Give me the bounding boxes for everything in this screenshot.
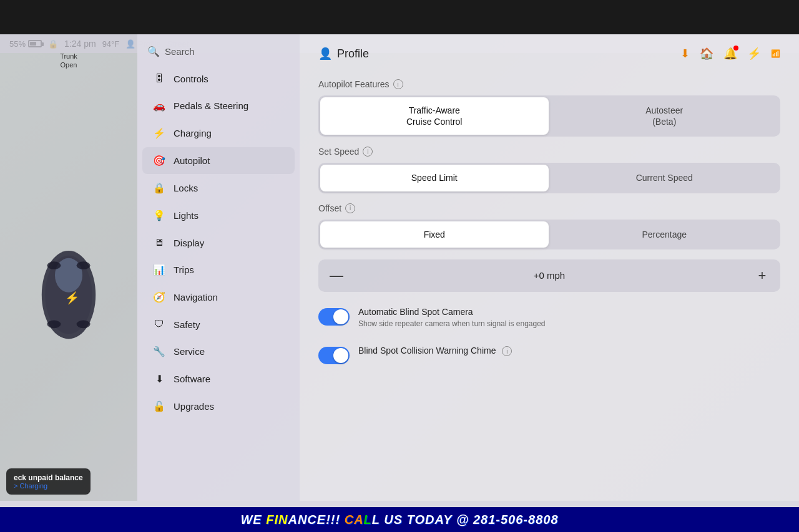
collision-warning-row: Blind Spot Collision Warning Chime i (318, 343, 780, 367)
svg-point-4 (77, 321, 91, 329)
collision-warning-text: Blind Spot Collision Warning Chime i (358, 346, 780, 359)
signal-icon: 📶 (771, 49, 780, 58)
blind-spot-camera-text: Automatic Blind Spot Camera Show side re… (358, 307, 780, 329)
sidebar: 🔍 Search 🎛 Controls 🚗 Pedals & Steering … (137, 34, 300, 501)
controls-label: Controls (174, 74, 208, 84)
bluetooth-icon[interactable]: ⚡ (747, 47, 761, 60)
sidebar-item-trips[interactable]: 📊 Trips (142, 256, 295, 283)
car-image: ⚡ (19, 70, 119, 501)
percentage-button[interactable]: Percentage (551, 221, 779, 248)
blind-spot-camera-row: Automatic Blind Spot Camera Show side re… (318, 304, 780, 332)
sidebar-item-locks[interactable]: 🔒 Locks (142, 175, 295, 201)
controls-icon: 🎛 (152, 73, 166, 84)
autopilot-label: Autopilot (174, 155, 210, 166)
speed-limit-button[interactable]: Speed Limit (320, 165, 549, 191)
offset-mode-group: Fixed Percentage (318, 220, 780, 249)
service-label: Service (174, 346, 205, 357)
current-speed-button[interactable]: Current Speed (551, 165, 779, 191)
set-speed-info-icon[interactable]: i (363, 147, 373, 157)
svg-point-3 (47, 321, 61, 329)
autosteer-button[interactable]: Autosteer (Beta) (551, 97, 779, 135)
trips-icon: 📊 (152, 264, 166, 276)
sidebar-item-charging[interactable]: ⚡ Charging (142, 120, 295, 147)
blind-spot-camera-desc: Show side repeater camera when turn sign… (358, 319, 780, 329)
charging-notif-sub: > Charging (14, 482, 83, 490)
sidebar-item-service[interactable]: 🔧 Service (142, 338, 295, 365)
trips-label: Trips (174, 264, 194, 275)
profile-icon: 👤 (318, 47, 332, 60)
upgrades-icon: 🔓 (152, 400, 166, 412)
locks-icon: 🔒 (152, 182, 166, 194)
sidebar-item-safety[interactable]: 🛡 Safety (142, 311, 295, 337)
charging-notif-title: eck unpaid balance (14, 473, 83, 482)
finance-banner: WE FINANCE!!! CALL US TODAY @ 281-506-88… (0, 507, 799, 532)
fixed-button[interactable]: Fixed (320, 221, 549, 248)
notification-dot (733, 46, 738, 51)
blind-spot-camera-toggle[interactable] (318, 308, 350, 326)
increment-button[interactable]: + (747, 262, 778, 289)
search-placeholder: Search (165, 46, 195, 57)
collision-warning-title: Blind Spot Collision Warning Chime i (358, 346, 780, 357)
safety-label: Safety (174, 319, 200, 330)
pedals-label: Pedals & Steering (174, 100, 248, 111)
main-content: 👤 Profile ⬇ 🏠 🔔 ⚡ 📶 Autopilot Features i… (300, 34, 799, 501)
offset-value: +0 mph (352, 270, 747, 281)
sidebar-item-lights[interactable]: 💡 Lights (142, 202, 295, 229)
download-icon[interactable]: ⬇ (680, 47, 690, 60)
lights-label: Lights (174, 210, 199, 221)
svg-text:⚡: ⚡ (65, 291, 80, 306)
safety-icon: 🛡 (152, 319, 166, 330)
autopilot-features-label: Autopilot Features i (318, 79, 780, 89)
sidebar-item-pedals[interactable]: 🚗 Pedals & Steering (142, 92, 295, 119)
autopilot-mode-group: Traffic-Aware Cruise Control Autosteer (… (318, 95, 780, 137)
charging-label: Charging (174, 128, 212, 138)
sidebar-item-autopilot[interactable]: 🎯 Autopilot (142, 147, 295, 174)
home-icon[interactable]: 🏠 (700, 47, 713, 60)
profile-label: Profile (337, 47, 369, 60)
sidebar-item-display[interactable]: 🖥 Display (142, 230, 295, 256)
pedals-icon: 🚗 (152, 100, 166, 112)
navigation-label: Navigation (174, 292, 218, 302)
content-header: 👤 Profile ⬇ 🏠 🔔 ⚡ 📶 (318, 47, 780, 67)
trunk-status: Trunk Open (60, 52, 77, 70)
collision-toggle-knob (333, 348, 348, 363)
sidebar-item-upgrades[interactable]: 🔓 Upgrades (142, 393, 295, 420)
car-display: Trunk Open ⚡ (0, 34, 137, 501)
software-icon: ⬇ (152, 373, 166, 385)
search-bar[interactable]: 🔍 Search (137, 41, 300, 65)
collision-info-icon[interactable]: i (502, 346, 512, 356)
service-icon: 🔧 (152, 346, 166, 357)
notification-icon[interactable]: 🔔 (723, 47, 737, 60)
charging-icon: ⚡ (152, 127, 166, 139)
toggle-knob (333, 309, 348, 324)
locks-label: Locks (174, 183, 198, 193)
sidebar-item-software[interactable]: ⬇ Software (142, 365, 295, 392)
upgrades-label: Upgrades (174, 401, 214, 412)
offset-stepper: — +0 mph + (318, 259, 780, 292)
lights-icon: 💡 (152, 210, 166, 221)
cruise-control-button[interactable]: Traffic-Aware Cruise Control (320, 97, 549, 135)
blind-spot-camera-title: Automatic Blind Spot Camera (358, 307, 780, 317)
autopilot-icon: 🎯 (152, 155, 166, 167)
speed-mode-group: Speed Limit Current Speed (318, 163, 780, 193)
charging-notification: eck unpaid balance > Charging (6, 468, 91, 495)
sidebar-item-controls[interactable]: 🎛 Controls (142, 65, 295, 92)
display-icon: 🖥 (152, 237, 166, 248)
offset-info-icon[interactable]: i (345, 203, 355, 213)
header-icons: ⬇ 🏠 🔔 ⚡ 📶 (680, 47, 780, 60)
sidebar-item-navigation[interactable]: 🧭 Navigation (142, 284, 295, 311)
display-label: Display (174, 238, 204, 248)
svg-point-5 (47, 262, 61, 270)
navigation-icon: 🧭 (152, 291, 166, 303)
offset-label: Offset i (318, 203, 780, 213)
collision-warning-toggle[interactable] (318, 347, 350, 364)
set-speed-label: Set Speed i (318, 147, 780, 157)
autopilot-info-icon[interactable]: i (393, 79, 403, 89)
settings-panel: 🔍 Search 🎛 Controls 🚗 Pedals & Steering … (137, 34, 799, 501)
profile-section: 👤 Profile (318, 47, 369, 60)
svg-point-6 (77, 262, 91, 270)
finance-text: WE FINANCE!!! CALL US TODAY @ 281-506-88… (240, 513, 558, 527)
search-icon: 🔍 (147, 46, 160, 57)
software-label: Software (174, 374, 210, 384)
decrement-button[interactable]: — (321, 262, 352, 289)
